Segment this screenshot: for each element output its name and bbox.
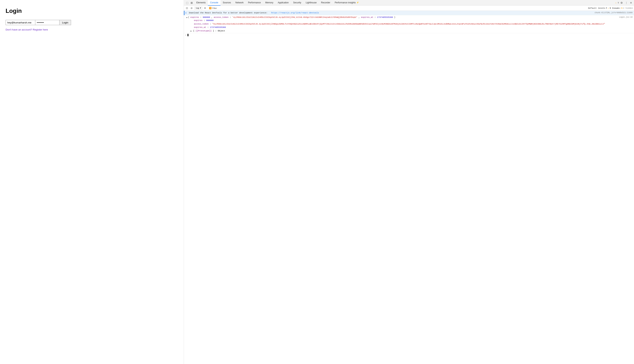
more-icon[interactable]: ⋮ [624,1,628,5]
tab-lighthouse[interactable]: Lighthouse [304,0,319,6]
login-panel: Login Login Don't have an account? Regis… [0,0,184,364]
filter-label: Filter [212,7,217,9]
console-info-message: ℹ Download the React DevTools for a bett… [184,11,634,15]
tab-recorder[interactable]: Recorder [319,0,332,6]
top-selector[interactable]: top ▼ [194,7,202,10]
settings-icon[interactable]: ⚙ [620,1,624,5]
expires-at-property: expires_at : 1737405535360 [188,26,619,29]
issues-label: 5 Issues: [610,7,620,9]
tab-console[interactable]: Console [208,0,220,6]
login-source-ref: Login.jsx:19 [619,16,632,18]
tab-memory[interactable]: Memory [263,0,276,6]
filter-icon: 🔽 [209,7,212,9]
access-token-property: access_token : "eyJhbGci0iJIUzI1NiIsInR5… [188,22,619,26]
top-selector-label: top [196,7,199,9]
eye-icon[interactable]: 👁 [203,6,207,10]
issues-count-badge: 5 [621,7,623,9]
chevron-down-icon-levels: ▼ [606,7,607,9]
devtools-tabs: Elements Console Sources Network Perform… [194,0,615,6]
tab-network[interactable]: Network [233,0,246,6]
default-levels-dropdown[interactable]: Default levels ▼ [588,7,607,9]
console-toolbar: ⊡ ⊘ top ▼ 👁 🔽 Filter Default levels ▼ ⚠ … [184,6,634,11]
devtools-source-ref: chunk-VIJJTZRL.js?v=960bd321:21609 [594,11,632,14]
expand-prototype-arrow[interactable] [190,30,192,32]
tab-performance[interactable]: Performance [246,0,263,6]
default-levels-label: Default levels [588,7,605,9]
console-content: ℹ Download the React DevTools for a bett… [184,11,634,364]
devtools-panel: ⬚ ⊞ Elements Console Sources Network Per… [184,0,634,364]
top-bar-icons: ⚠ 5 ⚙ ⋮ ✕ [615,1,633,5]
tab-security[interactable]: Security [291,0,304,6]
tab-application[interactable]: Application [276,0,291,6]
device-icon[interactable]: ⊞ [190,1,194,5]
clear-console-icon[interactable]: ⊘ [190,6,194,10]
expires-property: expires : 900000 [188,19,619,22]
performance-insights-icon: ⚡ [356,1,359,4]
tab-elements[interactable]: Elements [194,0,208,6]
warning-icon: ⚠ [608,7,609,10]
console-prompt[interactable]: › [184,33,634,37]
inspect-icon[interactable]: ⬚ [185,1,189,5]
register-link[interactable]: Don't have an account? Register here [6,28,48,31]
console-object-message: Login.jsx:19 { expires : 900000 , access… [184,15,634,34]
login-form: Login [6,20,178,25]
devtools-top-bar: ⬚ ⊞ Elements Console Sources Network Per… [184,0,634,6]
devtools-link[interactable]: https://reactjs.org/link/react-devtools [271,12,319,14]
login-button[interactable]: Login [60,20,71,25]
tab-sources[interactable]: Sources [220,0,233,6]
password-field[interactable] [35,20,60,25]
hidden-label: 2 hidden [623,7,633,9]
login-title: Login [6,8,178,14]
filter-button[interactable]: 🔽 Filter [208,6,218,10]
cursor [188,34,188,36]
prototype-property: [ [[Prototype]] ] : Object [188,29,619,33]
devtools-info-text: Download the React DevTools for a better… [189,12,267,14]
object-preview-line: { expires : 900000 , access_token : 'eyJ… [188,16,619,19]
issues-count: ⚠ 5 [615,2,619,4]
dock-icon[interactable]: ⊡ [185,6,189,10]
expand-object-arrow[interactable] [186,16,188,19]
info-icon: ℹ [186,12,186,15]
issues-badge: ⚠ 5 Issues: 5 2 hidden [608,7,633,10]
prompt-icon: › [185,34,186,36]
tab-performance-insights[interactable]: Performance insights ⚡ [332,0,361,6]
chevron-down-icon: ▼ [200,7,201,9]
email-field[interactable] [6,20,35,25]
close-devtools-icon[interactable]: ✕ [629,1,633,5]
